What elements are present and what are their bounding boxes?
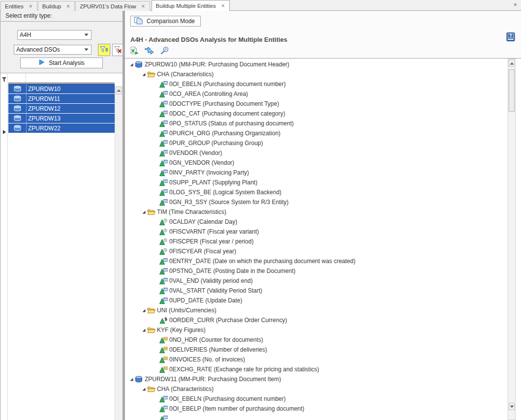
tab-buildup[interactable]: Buildup× — [38, 1, 75, 11]
filter-button[interactable] — [98, 44, 110, 56]
tree-row[interactable]: 0CALDAY (Calendar Day) — [125, 217, 513, 227]
svg-text:?: ? — [509, 33, 512, 38]
start-analysis-label: Start Analysis — [49, 60, 85, 66]
scroll-down-icon[interactable] — [509, 403, 515, 410]
tree-row[interactable]: 0PO_STATUS (Status of purchasing documen… — [125, 119, 513, 128]
tab-close-icon[interactable]: × — [221, 3, 225, 9]
expander-icon[interactable] — [140, 308, 147, 313]
tab-entities[interactable]: Entities× — [0, 1, 37, 11]
entity-row[interactable]: ZPURDW22 — [8, 123, 115, 133]
tree-row[interactable]: CHA (Characteristics) — [125, 384, 513, 394]
chevron-down-icon — [84, 33, 89, 36]
tree-row[interactable]: KYF (Key Figures) — [125, 325, 513, 335]
search-button[interactable] — [159, 46, 170, 56]
expander-icon[interactable] — [128, 377, 135, 382]
tab-label: Buildup — [42, 3, 61, 9]
entity-row[interactable]: ZPURDW13 — [8, 114, 115, 123]
comparison-mode-button[interactable]: Comparison Mode — [130, 16, 201, 27]
entity-name: ZPURDW11 — [26, 94, 115, 103]
tree-row[interactable]: 0INV_PARTY (Invoicing Party) — [125, 168, 513, 178]
tree-row[interactable]: 0PUR_GROUP (Purchasing Group) — [125, 138, 513, 148]
tree-row[interactable]: 0OI_EBELN (Purchasing document number) — [125, 79, 513, 89]
tree-row[interactable]: 0FISCVARNT (Fiscal year variant) — [125, 227, 513, 237]
tree-row[interactable]: CHA (Characteristics) — [125, 69, 513, 79]
entity-row[interactable]: ZPURDW12 — [8, 104, 115, 113]
tab-zpurv01-s-data-flow[interactable]: ZPURV01's Data Flow× — [75, 1, 150, 11]
expander-icon[interactable] — [140, 328, 147, 332]
characteristic-icon — [159, 110, 168, 118]
tree-row[interactable]: 0NO_HDR (Counter for documents) — [125, 335, 513, 345]
folder-open-icon — [147, 307, 156, 314]
entity-list-scrollbar[interactable] — [115, 86, 123, 420]
expander-icon[interactable] — [140, 387, 147, 391]
characteristic-icon — [159, 169, 168, 177]
tree-row[interactable]: 0OI_EBELN (Purchasing document number) — [125, 394, 513, 404]
entity-grid-header-icon-col[interactable] — [8, 73, 26, 83]
entity-grid-header[interactable] — [8, 73, 115, 84]
tree-row[interactable]: 0INVOICES (No. of invoices) — [125, 355, 513, 364]
expander-icon[interactable] — [140, 72, 147, 77]
tab-buildup-multiple-entities[interactable]: Buildup Multiple Entities× — [152, 0, 230, 11]
help-book-icon[interactable]: ? — [506, 32, 516, 42]
tree-row[interactable]: 0FISCPER (Fiscal year / period) — [125, 237, 513, 246]
tree-row[interactable]: 0PURCH_ORG (Purchasing Organization) — [125, 128, 513, 138]
tree-row[interactable]: 0GN_R3_SSY (Source System for R/3 Entity… — [125, 197, 513, 207]
tree-row[interactable]: 0DOC_CAT (Puchasing document category) — [125, 109, 513, 119]
tree-row[interactable]: 0VENDOR (Vendor) — [125, 148, 513, 158]
tree-scrollbar[interactable] — [508, 59, 516, 420]
tab-close-icon[interactable]: × — [141, 3, 146, 9]
entity-type-select[interactable]: Advanced DSOs — [14, 45, 92, 55]
entity-name: ZPURDW12 — [26, 104, 115, 113]
tab-close-icon[interactable]: × — [29, 3, 33, 9]
folder-open-icon — [147, 386, 156, 392]
tree-row[interactable]: ZPURDW11 (MM-PUR: Purchasing Document It… — [125, 374, 513, 384]
tree-row[interactable]: 0LOG_SYS_BE (Logical System Backend) — [125, 187, 513, 197]
tree-row-label: 0GN_R3_SSY (Source System for R/3 Entity… — [168, 199, 289, 206]
tree-row-label: 0ENTRY_DATE (Date on which the purchasin… — [168, 258, 355, 265]
tree-row[interactable]: 0SUPP_PLANT (Supplying Plant) — [125, 178, 513, 187]
entity-row[interactable]: ZPURDW10 — [8, 84, 115, 93]
entity-grid-header-name-col[interactable] — [26, 73, 115, 83]
funnel-small-icon[interactable] — [1, 75, 7, 84]
tree-row[interactable] — [125, 414, 513, 420]
tree-row[interactable]: 0EXCHG_RATE (Exchange rate for pricing a… — [125, 364, 513, 374]
start-analysis-button[interactable]: Start Analysis — [20, 58, 103, 68]
scroll-up-icon[interactable] — [116, 87, 122, 94]
tree-row[interactable]: 0OI_EBELP (Item number of purchasing doc… — [125, 404, 513, 414]
tab-close-icon[interactable]: × — [66, 3, 70, 9]
system-select[interactable]: A4H — [17, 30, 92, 40]
characteristic-icon — [159, 179, 168, 186]
tree-row[interactable]: ZPURDW10 (MM-PUR: Purchasing Document He… — [125, 60, 513, 69]
transfer-button[interactable] — [144, 46, 154, 56]
expander-icon[interactable] — [128, 62, 135, 67]
tree-row[interactable]: TIM (Time Characteristics) — [125, 207, 513, 217]
tree-row[interactable]: 0GN_VENDOR (Vendor) — [125, 158, 513, 168]
tree-row[interactable]: 0CO_AREA (Controlling Area) — [125, 89, 513, 99]
tree-row[interactable]: $0ORDER_CURR (Purchase Order Currency) — [125, 315, 513, 325]
scrollbar-thumb[interactable] — [509, 69, 515, 112]
panel-header: Select entity type: — [0, 11, 123, 22]
tab-label: ZPURV01's Data Flow — [80, 3, 136, 9]
tree-row[interactable]: 0VAL_START (Validity Period Start) — [125, 286, 513, 296]
tree-row-label: KYF (Key Figures) — [156, 327, 206, 333]
tree-row[interactable]: 0ENTRY_DATE (Date on which the purchasin… — [125, 256, 513, 266]
tree-row[interactable]: UNI (Units/Currencies) — [125, 305, 513, 315]
tree-row[interactable]: 0PSTNG_DATE (Posting Date in the Documen… — [125, 266, 513, 276]
entity-row[interactable]: ZPURDW11 — [8, 94, 115, 103]
pane-close-icon[interactable]: × — [513, 1, 517, 8]
tree-row-label: 0FISCPER (Fiscal year / period) — [168, 238, 253, 245]
tree-row-label: 0EXCHG_RATE (Exchange rate for pricing a… — [168, 366, 319, 373]
clear-filter-button[interactable] — [112, 44, 123, 56]
tree-row[interactable]: 0VAL_END (Validity period end) — [125, 276, 513, 286]
keyfigure-icon — [159, 366, 168, 373]
tree-row[interactable]: 0DOCTYPE (Purchasing Document Type) — [125, 99, 513, 109]
tab-strip: Entities×Buildup×ZPURV01's Data Flow×Bui… — [0, 0, 521, 11]
expander-icon[interactable] — [140, 210, 147, 214]
excel-export-button[interactable]: X — [129, 46, 139, 56]
scroll-up-icon[interactable] — [509, 60, 515, 67]
tree-row[interactable]: 0FISCYEAR (Fiscal year) — [125, 246, 513, 256]
tree-row[interactable]: 0UPD_DATE (Update Date) — [125, 296, 513, 305]
tree-row[interactable]: 0DELIVERIES (Number of deliveries) — [125, 345, 513, 355]
dso-icon — [135, 61, 144, 68]
tree-row-label: 0FISCVARNT (Fiscal year variant) — [168, 228, 259, 235]
